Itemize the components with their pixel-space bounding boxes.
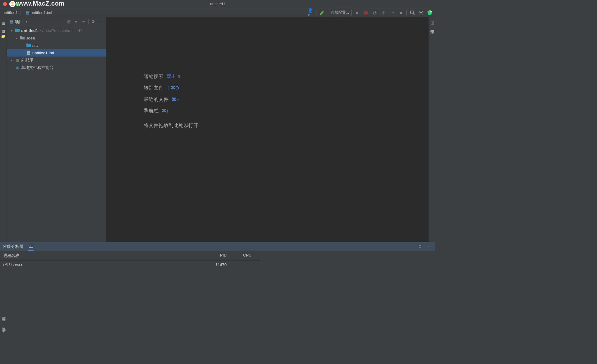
minimize-window-button[interactable]	[9, 2, 13, 6]
attach-icon[interactable]: ⋯	[389, 10, 395, 16]
locate-icon[interactable]: ◎	[66, 19, 72, 25]
project-view-icon: ▦	[9, 19, 13, 24]
tree-item-label: .idea	[26, 36, 35, 40]
table-row[interactable]: (当前) idea 11470	[0, 261, 261, 266]
svg-rect-10	[28, 53, 30, 54]
titlebar: Zwww.MacZ.com untitled1	[0, 0, 435, 8]
tree-src-folder[interactable]: src	[7, 42, 106, 49]
breadcrumb-root[interactable]: untitled1	[2, 10, 18, 15]
tree-scratches[interactable]: ▣ 草稿文件和控制台	[7, 64, 106, 71]
hint-recent-key: ⌘E	[172, 97, 179, 102]
gear-icon[interactable]: ⚙	[90, 19, 96, 25]
hammer-icon[interactable]	[319, 10, 326, 16]
hint-goto-key: ⇧⌘O	[167, 85, 179, 91]
hint-search-key: 双击 ⇧	[167, 74, 181, 80]
stop-icon[interactable]: ■	[398, 10, 404, 16]
process-table: 进程名称 PID CPU (当前) idea 11470	[0, 251, 261, 266]
minimize-icon[interactable]: —	[427, 244, 432, 249]
profile-icon[interactable]: ◷	[380, 10, 386, 16]
divider	[406, 10, 407, 16]
svg-rect-6	[20, 36, 22, 37]
col-pid[interactable]: PID	[208, 253, 233, 258]
expand-all-icon[interactable]: ≡	[73, 19, 79, 25]
svg-point-2	[420, 12, 422, 13]
close-window-button[interactable]	[3, 2, 7, 6]
folder-icon	[20, 35, 25, 40]
profiler-title: 性能分析器:	[3, 244, 25, 249]
project-tree[interactable]: ▾ untitled1 ~/IdeaProjects/untitled1 ▸ .…	[7, 26, 106, 242]
profiler-panel: 性能分析器: 主 ⚙ — 进程名称 PID CPU (当前) idea 1147…	[0, 242, 435, 266]
profiler-tab-main[interactable]: 主	[28, 242, 34, 251]
breadcrumb-file[interactable]: untitled1.iml	[30, 10, 52, 15]
window-controls	[0, 2, 19, 6]
file-icon: ▦	[25, 10, 29, 15]
folder-icon	[26, 43, 31, 48]
tree-item-label: src	[32, 43, 38, 48]
file-icon	[26, 50, 31, 55]
chevron-down-icon[interactable]: ▼	[25, 20, 28, 23]
table-header: 进程名称 PID CPU	[0, 251, 261, 261]
project-panel-title[interactable]: 项目	[15, 19, 23, 25]
profiler-tabs: 性能分析器: 主 ⚙ —	[0, 242, 435, 251]
tree-external-libs[interactable]: ▸ ⫼ 外部库	[7, 57, 106, 64]
maximize-window-button[interactable]	[16, 2, 19, 6]
scratch-icon: ▣	[15, 65, 20, 70]
svg-rect-5	[20, 37, 25, 39]
tree-item-label: 草稿文件和控制台	[21, 65, 53, 71]
svg-point-0	[410, 11, 414, 14]
snapshot-pane: 没有最近的快照。 点击表中的进程或 打开快照: jfr 或 hprof 文件	[261, 251, 435, 266]
collapse-all-icon[interactable]: ≣	[81, 19, 86, 25]
minimize-icon[interactable]: —	[98, 19, 104, 25]
tree-root-label: untitled1	[21, 28, 38, 33]
hint-recent-label: 最近的文件	[144, 96, 169, 103]
cell-pid: 11470	[208, 262, 233, 266]
chevron-down-icon[interactable]: ▾	[9, 29, 14, 32]
breadcrumb-sep: 〉	[20, 10, 24, 16]
project-panel: ▦ 项目 ▼ ◎ ≡ ≣ ⚙ — ▾ untitled1 ~/IdeaProje…	[7, 17, 106, 242]
cell-name: (当前) idea	[3, 262, 208, 266]
search-icon[interactable]	[409, 10, 415, 16]
divider	[88, 19, 89, 24]
svg-rect-4	[15, 29, 17, 30]
tree-iml-file[interactable]: untitled1.iml	[7, 49, 106, 57]
run-icon[interactable]: ▶	[354, 10, 360, 16]
chevron-right-icon[interactable]: ▸	[14, 36, 19, 40]
debug-icon[interactable]: 🐞	[363, 10, 369, 16]
hint-nav-label: 导航栏	[144, 108, 159, 114]
tree-idea-folder[interactable]: ▸ .idea	[7, 34, 106, 42]
gear-icon[interactable]: ⚙	[417, 244, 423, 249]
jetbrains-icon[interactable]	[427, 10, 433, 16]
navbar: untitled1 〉 ▦ untitled1.iml 👤▾ 添加配置... ▶…	[0, 8, 435, 17]
gear-icon[interactable]	[418, 10, 424, 16]
right-rail: 🗄 数据库	[428, 17, 435, 242]
chevron-right-icon[interactable]: ▸	[9, 59, 14, 62]
left-rail: ▦ 项目 📁	[0, 17, 7, 242]
svg-rect-3	[15, 29, 20, 32]
sidebar-folder-icon[interactable]: 📁	[0, 32, 6, 41]
tree-item-label: untitled1.iml	[32, 51, 54, 55]
main-area: ▦ 项目 📁 ▦ 项目 ▼ ◎ ≡ ≣ ⚙ — ▾ untitled1 ~/Id…	[0, 17, 435, 242]
sidebar-tab-database[interactable]: 🗄 数据库	[429, 19, 435, 29]
col-name[interactable]: 进程名称	[3, 253, 208, 258]
coverage-icon[interactable]: ◔	[372, 10, 378, 16]
tree-item-label: 外部库	[21, 57, 33, 63]
folder-icon	[15, 28, 20, 33]
tree-root-path: ~/IdeaProjects/untitled1	[40, 28, 82, 33]
profiler-body: 进程名称 PID CPU (当前) idea 11470 没有最近的快照。 点击…	[0, 251, 435, 266]
editor-area[interactable]: 随处搜索双击 ⇧ 转到文件⇧⌘O 最近的文件⌘E 导航栏⌘↑ 将文件拖放到此处以…	[106, 17, 428, 242]
divider	[317, 10, 317, 16]
breadcrumb[interactable]: untitled1 〉 ▦ untitled1.iml	[2, 10, 52, 16]
user-icon[interactable]: 👤▾	[308, 10, 314, 16]
col-cpu[interactable]: CPU	[233, 253, 258, 258]
hint-goto-label: 转到文件	[144, 85, 164, 91]
hint-search-label: 随处搜索	[144, 73, 164, 80]
hint-drop-label: 将文件拖放到此处以打开	[144, 122, 198, 129]
library-icon: ⫼	[15, 58, 20, 63]
cell-cpu	[233, 262, 258, 266]
sidebar-tab-project[interactable]: ▦ 项目	[0, 19, 7, 29]
svg-rect-8	[26, 43, 28, 44]
run-config-dropdown[interactable]: 添加配置...	[328, 9, 352, 16]
project-panel-header: ▦ 项目 ▼ ◎ ≡ ≣ ⚙ —	[7, 17, 106, 26]
tree-root[interactable]: ▾ untitled1 ~/IdeaProjects/untitled1	[7, 27, 106, 34]
svg-line-1	[413, 13, 415, 15]
